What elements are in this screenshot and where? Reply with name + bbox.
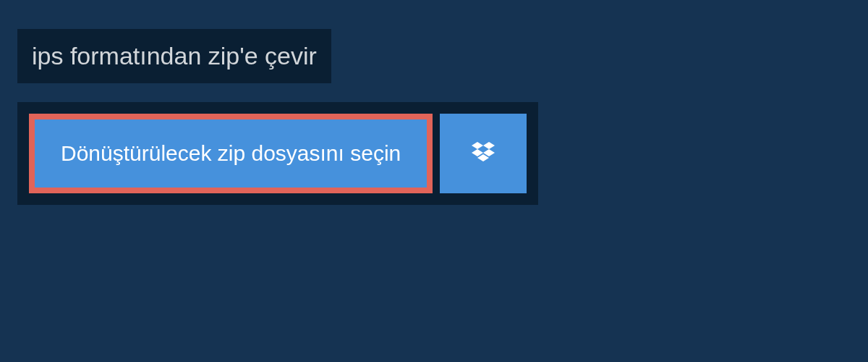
select-file-button[interactable]: Dönüştürülecek zip dosyasını seçin <box>29 114 433 193</box>
page-title: ips formatından zip'e çevir <box>32 42 317 70</box>
converter-panel: ips formatından zip'e çevir Dönüştürülec… <box>0 0 868 234</box>
dropbox-icon <box>469 139 498 168</box>
title-bar: ips formatından zip'e çevir <box>17 29 331 83</box>
dropbox-button[interactable] <box>440 114 527 193</box>
select-file-button-label: Dönüştürülecek zip dosyasını seçin <box>61 141 401 165</box>
upload-button-row: Dönüştürülecek zip dosyasını seçin <box>17 102 538 205</box>
